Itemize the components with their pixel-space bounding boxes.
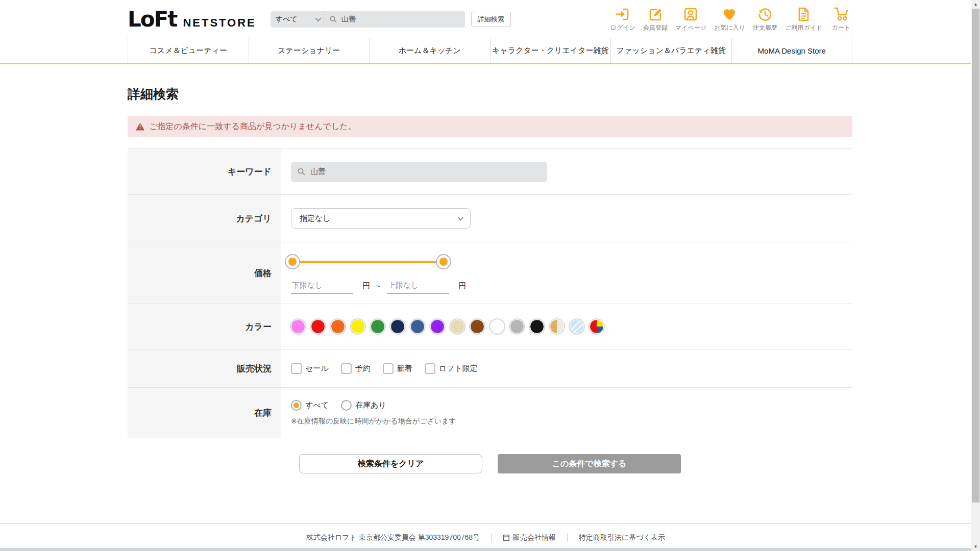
checkbox-unchecked[interactable] — [291, 363, 302, 374]
register-label: 会員登録 — [643, 23, 668, 32]
mypage-icon — [683, 7, 698, 22]
search-icon — [297, 167, 306, 176]
price-separator: ～ — [374, 281, 382, 291]
favorites-icon — [722, 7, 737, 22]
nav-item-character-goods[interactable]: キャラクター・クリエイター雑貨 — [490, 38, 611, 63]
legal-label: 特定商取引法に基づく表示 — [579, 533, 665, 542]
color-swatch-red[interactable] — [311, 319, 325, 334]
scrollbar-down-arrow[interactable]: ▼ — [971, 542, 980, 551]
color-swatch-beige[interactable] — [450, 319, 464, 334]
checkbox-unchecked[interactable] — [383, 363, 394, 374]
stock-radio-item[interactable]: 在庫あり — [341, 400, 386, 411]
status-checkbox-item[interactable]: 新着 — [383, 363, 412, 374]
stock-radio-item[interactable]: すべて — [291, 400, 329, 411]
order-history-link[interactable]: 注文履歴 — [753, 7, 777, 32]
register-link[interactable]: 会員登録 — [643, 7, 668, 32]
vertical-scrollbar[interactable]: ▲ ▼ — [971, 0, 980, 551]
legal-link[interactable]: 特定商取引法に基づく表示 — [579, 533, 665, 542]
nav-item-cosmetics[interactable]: コスメ＆ビューティー — [128, 38, 249, 63]
color-swatch-black[interactable] — [530, 319, 544, 334]
chevron-down-icon — [458, 215, 463, 220]
cart-link[interactable]: カート — [830, 7, 852, 32]
color-swatch-blue[interactable] — [410, 319, 425, 334]
color-swatch-purple[interactable] — [430, 319, 445, 334]
nav-item-fashion-variety[interactable]: ファッション＆バラエティ雑貨 — [610, 38, 731, 63]
detail-search-button[interactable]: 詳細検索 — [471, 12, 511, 27]
scrollbar-thumb[interactable] — [972, 9, 979, 503]
color-swatch-white[interactable] — [490, 319, 504, 334]
error-message-text: ご指定の条件に一致する商品が見つかりませんでした。 — [149, 121, 356, 132]
status-checkbox-item[interactable]: ロフト限定 — [425, 363, 478, 374]
status-checkbox-item[interactable]: 予約 — [341, 363, 371, 374]
logo-brand-text: LoFt — [128, 7, 177, 32]
footer-divider — [491, 534, 492, 542]
quick-links: ログイン 会員登録 マイページ — [610, 7, 852, 32]
color-swatch-orange[interactable] — [331, 319, 345, 334]
price-label: 価格 — [128, 242, 281, 304]
price-slider-handle-max[interactable] — [436, 254, 451, 269]
search-icon — [329, 15, 337, 23]
price-slider-track — [292, 261, 444, 263]
price-max-unit: 円 — [458, 281, 466, 291]
radio-unselected[interactable] — [341, 400, 352, 411]
header-search-input[interactable]: 山善 — [324, 11, 465, 28]
mypage-link[interactable]: マイページ — [675, 7, 706, 32]
color-swatch-gold-silver[interactable] — [550, 319, 564, 334]
status-label: 販売状況 — [128, 349, 281, 387]
brand-yellow-rule — [0, 63, 980, 64]
keyword-input[interactable]: 山善 — [291, 162, 547, 182]
cart-icon — [834, 7, 849, 22]
price-max-input[interactable]: 上限なし — [387, 280, 449, 294]
price-slider-handle-min[interactable] — [285, 254, 300, 269]
color-swatch-pink[interactable] — [291, 319, 305, 334]
footer-divider — [567, 534, 568, 542]
color-swatch-navy[interactable] — [390, 319, 405, 334]
color-swatch-clear[interactable] — [570, 319, 584, 334]
radio-selected[interactable] — [291, 400, 302, 411]
color-swatches — [291, 319, 604, 334]
header: LoFt NETSTORE すべて 山善 詳細検索 — [128, 0, 852, 38]
color-swatch-multicolor[interactable] — [590, 319, 604, 334]
status-row: 販売状況 セール予約新着ロフト限定 — [128, 349, 852, 388]
color-swatch-gray[interactable] — [510, 319, 524, 334]
color-swatch-yellow[interactable] — [351, 319, 365, 334]
keyword-label: キーワード — [128, 149, 281, 194]
scrollbar-up-arrow[interactable]: ▲ — [971, 0, 980, 9]
guide-label: ご利用ガイド — [785, 23, 822, 32]
favorites-link[interactable]: お気に入り — [714, 7, 745, 32]
guide-link[interactable]: ご利用ガイド — [785, 7, 822, 32]
favorites-label: お気に入り — [714, 23, 745, 32]
status-options: セール予約新着ロフト限定 — [291, 363, 478, 374]
category-selected-value: 指定なし — [300, 214, 331, 223]
header-search-category-select[interactable]: すべて — [271, 11, 324, 28]
nav-item-stationery[interactable]: ステーショナリー — [249, 38, 370, 63]
checkbox-unchecked[interactable] — [341, 363, 352, 374]
checkbox-unchecked[interactable] — [425, 363, 435, 374]
status-checkbox-item[interactable]: セール — [291, 363, 329, 374]
seller-info-link[interactable]: 販売会社情報 — [503, 533, 556, 542]
color-swatch-green[interactable] — [371, 319, 385, 334]
radio-label: すべて — [305, 400, 329, 410]
header-search: すべて 山善 — [271, 11, 465, 28]
nav-item-moma[interactable]: MoMA Design Store — [731, 38, 853, 63]
clear-conditions-button[interactable]: 検索条件をクリア — [299, 454, 482, 473]
price-inputs: 下限なし 円 ～ 上限なし 円 — [291, 280, 470, 294]
price-min-input[interactable]: 下限なし — [291, 280, 353, 294]
form-actions: 検索条件をクリア この条件で検索する — [128, 454, 852, 473]
nav-item-home-kitchen[interactable]: ホーム＆キッチン — [369, 38, 490, 63]
keyword-row: キーワード 山善 — [128, 149, 852, 195]
checkbox-label: 新着 — [397, 364, 412, 373]
keyword-value: 山善 — [310, 167, 326, 177]
footer: 株式会社ロフト 東京都公安委員会 第303319700768号 販売会社情報 特… — [0, 523, 971, 542]
seller-info-label: 販売会社情報 — [513, 533, 556, 542]
stock-options: すべて在庫あり — [291, 400, 386, 411]
login-link[interactable]: ログイン — [610, 7, 635, 32]
store-logo[interactable]: LoFt NETSTORE — [128, 7, 256, 32]
cart-label: カート — [832, 23, 851, 32]
category-select[interactable]: 指定なし — [291, 208, 471, 229]
checkbox-label: ロフト限定 — [439, 364, 478, 373]
search-with-conditions-button[interactable]: この条件で検索する — [498, 454, 681, 473]
main-content: 詳細検索 ご指定の条件に一致する商品が見つかりませんでした。 キーワード 山善 — [128, 86, 852, 473]
color-swatch-brown[interactable] — [470, 319, 484, 334]
login-label: ログイン — [610, 23, 635, 32]
